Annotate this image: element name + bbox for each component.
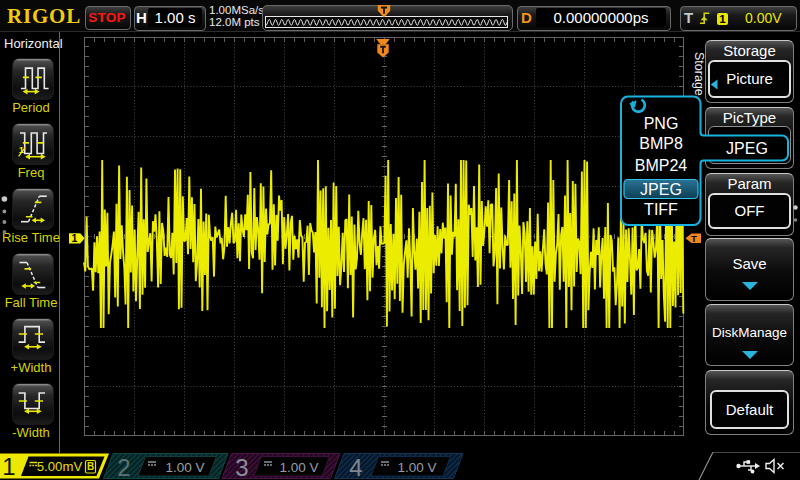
svg-text:TIFF: TIFF bbox=[644, 201, 678, 218]
svg-text:4: 4 bbox=[349, 454, 362, 480]
svg-text:PNG: PNG bbox=[644, 115, 679, 132]
svg-text:JPEG: JPEG bbox=[640, 181, 682, 198]
svg-text:1.00 V: 1.00 V bbox=[397, 460, 436, 475]
svg-text:BMP24: BMP24 bbox=[635, 157, 688, 174]
svg-text:1.00 V: 1.00 V bbox=[279, 460, 318, 475]
svg-text:1.00 V: 1.00 V bbox=[165, 460, 204, 475]
svg-text:2: 2 bbox=[117, 454, 130, 480]
svg-text:BMP8: BMP8 bbox=[639, 135, 683, 152]
svg-text:3: 3 bbox=[235, 454, 248, 480]
svg-text:B: B bbox=[87, 461, 94, 472]
svg-text:5.00mV: 5.00mV bbox=[37, 459, 83, 474]
svg-text:JPEG: JPEG bbox=[726, 140, 768, 157]
svg-text:1: 1 bbox=[2, 453, 15, 480]
